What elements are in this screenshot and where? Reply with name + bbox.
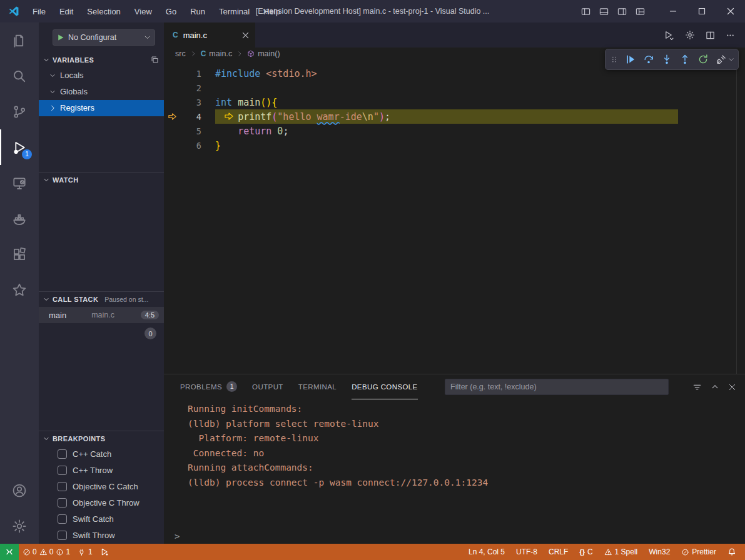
close-panel-icon[interactable]	[728, 383, 736, 391]
line-number[interactable]: 5	[180, 126, 201, 136]
menu-run[interactable]: Run	[185, 4, 211, 19]
menu-file[interactable]: File	[27, 4, 51, 19]
remote-explorer-icon[interactable]	[0, 165, 39, 201]
chevron-down-icon[interactable]	[728, 56, 736, 62]
variables-header[interactable]: VARIABLES	[39, 52, 164, 68]
eol-sequence[interactable]: CRLF	[545, 548, 572, 556]
drag-handle-icon[interactable]	[608, 51, 621, 68]
code-line-current[interactable]: 4 printf("hello wamr-ide\n");	[164, 109, 745, 124]
step-over-button[interactable]	[640, 51, 657, 68]
code-line[interactable]: 3 int main(){	[164, 95, 745, 109]
variables-item-registers[interactable]: Registers	[39, 100, 164, 116]
debug-config-dropdown[interactable]: No Configurat	[53, 29, 155, 46]
menu-view[interactable]: View	[129, 4, 158, 19]
close-tab-icon[interactable]	[242, 32, 249, 39]
code-line[interactable]: 2	[164, 81, 745, 95]
explorer-icon[interactable]	[0, 22, 39, 58]
more-actions-icon[interactable]	[726, 31, 735, 40]
toggle-sidebar-icon[interactable]	[581, 7, 590, 16]
menu-terminal[interactable]: Terminal	[213, 4, 255, 19]
notifications-bell-icon[interactable]	[724, 548, 740, 556]
tab-debug-console[interactable]: DEBUG CONSOLE	[352, 374, 418, 399]
platform-status[interactable]: Win32	[645, 548, 674, 556]
call-stack-header[interactable]: CALL STACK Paused on st...	[39, 292, 164, 307]
breakpoint-row[interactable]: Swift Catch	[39, 511, 164, 528]
run-or-debug-icon[interactable]	[664, 30, 674, 41]
problems-status[interactable]: 0 0 1	[19, 544, 74, 560]
checkbox[interactable]	[58, 449, 67, 459]
toggle-secondary-sidebar-icon[interactable]	[617, 7, 627, 16]
menu-go[interactable]: Go	[160, 4, 182, 19]
ports-status[interactable]: 1	[74, 544, 96, 560]
accounts-icon[interactable]	[0, 472, 39, 508]
step-into-button[interactable]	[658, 51, 675, 68]
maximize-button[interactable]	[687, 0, 716, 22]
continue-button[interactable]	[622, 51, 639, 68]
tab-main-c[interactable]: C main.c	[164, 22, 255, 48]
extensions-icon[interactable]	[0, 236, 39, 272]
search-icon[interactable]	[0, 58, 39, 94]
tab-terminal[interactable]: TERMINAL	[298, 374, 337, 399]
tab-problems[interactable]: PROBLEMS1	[180, 374, 237, 399]
filter-lines-icon[interactable]	[692, 382, 702, 392]
breakpoint-row[interactable]: C++ Catch	[39, 446, 164, 462]
breadcrumb-symbol[interactable]: main()	[247, 49, 280, 58]
line-number[interactable]: 6	[180, 141, 201, 151]
docker-icon[interactable]	[0, 201, 39, 236]
menu-edit[interactable]: Edit	[54, 4, 79, 19]
breadcrumb-src[interactable]: src	[175, 49, 186, 58]
breakpoint-row[interactable]: Objective C Catch	[39, 479, 164, 495]
tab-output[interactable]: OUTPUT	[252, 374, 283, 399]
variables-item-globals[interactable]: Globals	[39, 84, 164, 100]
debug-status-icon[interactable]	[96, 544, 113, 560]
encoding[interactable]: UTF-8	[512, 548, 541, 556]
maximize-panel-icon[interactable]	[711, 382, 719, 391]
line-number[interactable]: 3	[180, 98, 201, 108]
formatter-status[interactable]: Prettier	[677, 548, 720, 556]
breakpoint-row[interactable]: Objective C Throw	[39, 495, 164, 511]
run-and-debug-icon[interactable]: 1	[0, 129, 39, 165]
variables-item-locals[interactable]: Locals	[39, 68, 164, 84]
checkbox[interactable]	[58, 498, 67, 508]
checkbox[interactable]	[58, 466, 67, 475]
breakpoint-row[interactable]: C++ Throw	[39, 462, 164, 479]
console-filter-input[interactable]	[445, 379, 669, 395]
customize-layout-icon[interactable]	[636, 7, 645, 16]
minimize-button[interactable]	[659, 0, 687, 22]
start-debug-icon	[57, 34, 64, 41]
checkbox[interactable]	[58, 482, 67, 491]
restart-button[interactable]	[694, 51, 711, 68]
toggle-panel-icon[interactable]	[599, 7, 609, 16]
checkbox[interactable]	[58, 514, 67, 524]
line-number[interactable]: 1	[180, 69, 201, 79]
checkbox[interactable]	[58, 531, 67, 540]
menu-selection[interactable]: Selection	[81, 4, 126, 19]
step-out-button[interactable]	[676, 51, 693, 68]
cursor-position[interactable]: Ln 4, Col 5	[465, 548, 509, 556]
remote-indicator[interactable]	[0, 544, 19, 560]
current-frame-arrow-icon[interactable]	[164, 112, 180, 121]
stack-frame-row[interactable]: main main.c 4:5	[39, 307, 164, 323]
close-window-button[interactable]	[716, 0, 745, 22]
split-editor-icon[interactable]	[706, 31, 715, 40]
copy-icon[interactable]	[151, 56, 159, 64]
source-control-icon[interactable]	[0, 94, 39, 129]
watch-header[interactable]: WATCH	[39, 172, 164, 188]
editor-settings-gear-icon[interactable]	[685, 30, 695, 40]
console-input[interactable]: >	[164, 529, 745, 544]
line-number[interactable]: 2	[180, 83, 201, 93]
scrollbar[interactable]	[736, 60, 737, 374]
disconnect-button[interactable]	[712, 51, 729, 68]
spell-checker-status[interactable]: 1 Spell	[601, 548, 642, 556]
code-editor[interactable]: 1 #include <stdio.h> 2 3 int main(){ 4 p…	[164, 60, 745, 374]
code-line[interactable]: 5 return 0;	[164, 124, 745, 138]
line-number[interactable]: 4	[180, 112, 201, 122]
symbol-method-icon	[247, 50, 255, 58]
settings-gear-icon[interactable]	[0, 508, 39, 544]
breakpoint-row[interactable]: Swift Throw	[39, 528, 164, 544]
breadcrumb-file[interactable]: Cmain.c	[201, 49, 233, 58]
code-line[interactable]: 6 }	[164, 138, 745, 152]
breakpoints-header[interactable]: BREAKPOINTS	[39, 431, 164, 446]
language-mode[interactable]: {}C	[575, 548, 596, 556]
star-icon[interactable]	[0, 272, 39, 308]
